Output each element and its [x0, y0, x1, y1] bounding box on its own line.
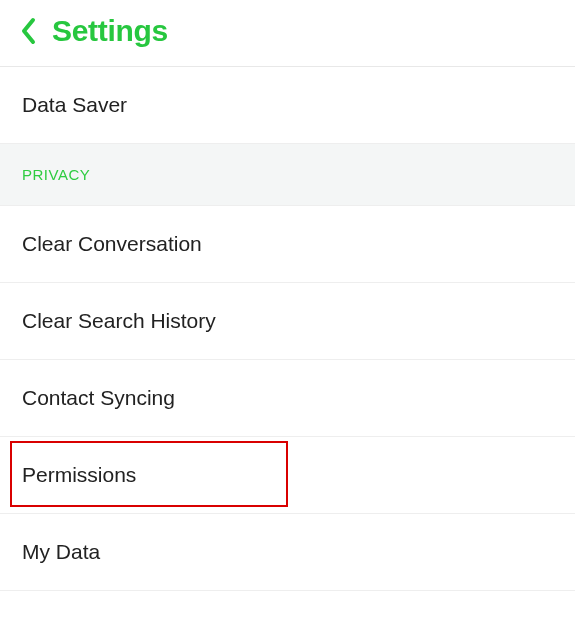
settings-header: Settings — [0, 0, 575, 67]
settings-item-my-data[interactable]: My Data — [0, 514, 575, 591]
highlighted-container: Permissions — [0, 437, 575, 514]
section-header-label: PRIVACY — [22, 166, 90, 183]
settings-item-label: Contact Syncing — [22, 386, 175, 409]
back-icon[interactable] — [20, 17, 38, 45]
settings-item-label: Clear Search History — [22, 309, 216, 332]
settings-item-clear-search-history[interactable]: Clear Search History — [0, 283, 575, 360]
settings-item-label: My Data — [22, 540, 100, 563]
settings-item-permissions[interactable]: Permissions — [0, 437, 575, 514]
settings-item-label: Clear Conversation — [22, 232, 202, 255]
settings-item-contact-syncing[interactable]: Contact Syncing — [0, 360, 575, 437]
settings-item-label: Data Saver — [22, 93, 127, 116]
settings-item-clear-conversation[interactable]: Clear Conversation — [0, 206, 575, 283]
settings-item-label: Permissions — [22, 463, 136, 486]
settings-item-data-saver[interactable]: Data Saver — [0, 67, 575, 144]
page-title: Settings — [52, 14, 168, 48]
section-header-privacy: PRIVACY — [0, 144, 575, 206]
